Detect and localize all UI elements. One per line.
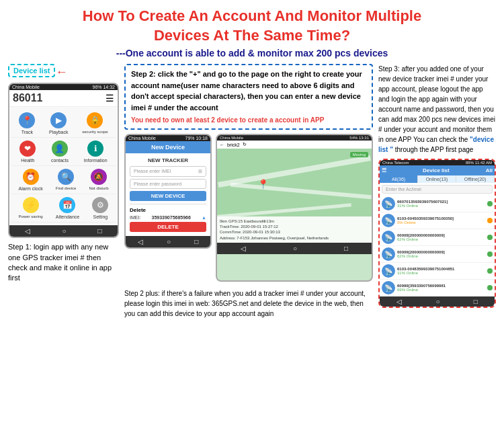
dl-home-btn[interactable]: ○: [435, 298, 439, 305]
power-saving-icon-item[interactable]: ⚡ Power saving: [19, 197, 43, 219]
new-device-button[interactable]: NEW DEVICE: [130, 191, 206, 201]
nd-recent-btn[interactable]: □: [194, 238, 198, 245]
status-dot-5: [487, 268, 493, 274]
right-area: Step 3: after you added one of your new …: [378, 64, 496, 319]
security-icon: 🔒: [87, 112, 103, 128]
track-icon: 📍: [19, 112, 35, 128]
imei-input[interactable]: Please enter IMEI ⊞: [130, 166, 206, 177]
alarm-icon: ⏰: [23, 169, 39, 185]
home-btn[interactable]: ○: [62, 227, 66, 235]
left-section: Device list ← China Mobile 96% 14:32 860…: [8, 64, 119, 319]
attendance-icon-item[interactable]: 📅 Attendance: [56, 197, 79, 219]
device-icon-4: 📡: [382, 247, 395, 261]
step2-main-text: Step 2: click the "+" and go to the page…: [131, 70, 362, 112]
dl-header-title: Device list: [423, 167, 450, 173]
map-body: Moving 📍 0km GPS:15 Eastbound⊕13m TrackT…: [217, 149, 372, 243]
device-list-badge: Device list: [8, 64, 55, 77]
status-dot-2: [487, 218, 493, 223]
dl-bottom-nav: ◁ ○ □: [380, 296, 495, 307]
signal-left: 96% 14:32: [93, 85, 116, 89]
device-icon-1: 📡: [382, 197, 395, 210]
left-bottom-nav: ◁ ○ □: [9, 225, 118, 237]
dl-back-btn[interactable]: ◁: [396, 298, 402, 305]
main-container: How To Create An Account And Monitor Mul…: [0, 0, 504, 325]
playback-icon: ▶: [50, 112, 67, 128]
device-info-3: 00009[200000000000009] 62% Online: [397, 233, 485, 241]
back-btn[interactable]: ◁: [25, 227, 30, 235]
nd-back-btn[interactable]: ◁: [138, 238, 143, 245]
find-device-icon: 🔍: [58, 169, 74, 185]
dl-item-3: 📡 00009[200000000000009] 62% Online: [380, 229, 495, 246]
password-input[interactable]: Please enter password: [130, 179, 206, 189]
dl-status-bar: China Telecom 88% 11:42 AM: [380, 160, 495, 165]
map-back-btn[interactable]: ◁: [241, 245, 246, 252]
divider: [130, 204, 206, 204]
information-icon: ℹ: [87, 141, 103, 157]
status-dot-3: [487, 235, 493, 240]
new-device-phone: China Mobile 79% 10:18 New Device NEW TR…: [124, 134, 212, 282]
title-section: How To Create An Account And Monitor Mul…: [8, 7, 496, 58]
new-device-body: NEW TRACKER Please enter IMEI ⊞ Please e…: [126, 153, 210, 236]
moving-badge: Moving: [350, 152, 368, 157]
dl-search-input[interactable]: Enter the Ac/imei: [382, 185, 493, 194]
tab-offline[interactable]: Offline(20): [456, 175, 495, 183]
left-status-bar: China Mobile 96% 14:32: [9, 84, 118, 90]
device-info-1: 6607013593939075607021] 31% Online: [397, 200, 485, 208]
map-recent-btn[interactable]: □: [344, 245, 348, 252]
icon-row-1: 📍 Track ▶ Playback 🔒 security scope: [11, 110, 116, 138]
device-info-4: 00009[200000000000009] 62% Online: [397, 250, 485, 258]
refresh-icon[interactable]: ↻: [243, 142, 247, 147]
health-icon: ❤: [19, 141, 36, 157]
back-arrow-icon[interactable]: ←: [220, 143, 224, 147]
new-device-status-bar: China Mobile 79% 10:18: [126, 135, 210, 141]
security-icon-item[interactable]: 🔒 security scope: [82, 112, 108, 134]
dl-item-1: 📡 6607013593939075607021] 31% Online: [380, 196, 495, 212]
device-list-phone: China Telecom 88% 11:42 AM ☰ Device list…: [378, 159, 496, 308]
imei-row: IMEI: 359339075685966 ▲: [130, 215, 206, 220]
device-icon-2: 📡: [382, 214, 395, 227]
map-home-btn[interactable]: ○: [293, 245, 297, 252]
step2-title: Step 2: click the "+" and go to the page…: [131, 69, 366, 113]
qr-icon: ⊞: [198, 169, 202, 174]
status-dot-6: [487, 285, 493, 290]
map-bottom-nav: ◁ ○ □: [217, 243, 372, 254]
tab-all[interactable]: All(36): [380, 175, 418, 183]
device-info-2: 6103-00450359339075100350] 0% Online: [397, 216, 485, 225]
step2-box: Step 2: click the "+" and go to the page…: [124, 64, 373, 130]
menu-icon[interactable]: ☰: [106, 93, 114, 104]
nd-home-btn[interactable]: ○: [167, 238, 171, 245]
dl-item-6: 📡 60999[3593390756099981 69% Online: [380, 280, 495, 296]
dl-item-5: 📡 6103-004835993390751004851 31% Online: [380, 263, 495, 280]
device-icon-3: 📡: [382, 231, 395, 244]
arrow-icon: ←: [55, 65, 67, 79]
map-status-bar: China Mobile 54% 13:31: [217, 135, 372, 141]
track-icon-item[interactable]: 📍 Track: [19, 112, 35, 134]
device-icon-5: 📡: [382, 264, 395, 278]
map-info-card: 0km GPS:15 Eastbound⊕13m TrackTime: 2020…: [217, 216, 372, 243]
tab-online[interactable]: Online(13): [418, 175, 456, 183]
arrow-icon-small: ▲: [202, 215, 206, 220]
information-icon-item[interactable]: ℹ Information: [84, 141, 108, 163]
health-icon-item[interactable]: ❤ Health: [19, 141, 36, 163]
location-marker-icon: 📍: [257, 179, 269, 190]
contacts-icon-item[interactable]: 👤 contacts: [51, 141, 69, 163]
middle-area: Step 2: click the "+" and go to the page…: [124, 64, 373, 319]
find-device-icon-item[interactable]: 🔍 Find device: [56, 169, 77, 191]
not-disturb-icon: 🔕: [91, 169, 107, 185]
content-area: Device list ← China Mobile 96% 14:32 860…: [8, 64, 496, 319]
alarm-icon-item[interactable]: ⏰ Alarm clock: [19, 169, 43, 191]
left-phone-screen: China Mobile 96% 14:32 86011 ☰ 📍 Tra: [8, 83, 119, 238]
map-device-name: brick2: [227, 143, 240, 147]
recent-btn[interactable]: □: [97, 227, 101, 235]
device-info-5: 6103-004835993390751004851 31% Online: [397, 267, 485, 275]
not-disturb-icon-item[interactable]: 🔕 Not disturb: [89, 169, 108, 191]
playback-icon-item[interactable]: ▶ Playback: [49, 112, 68, 134]
setting-icon-item[interactable]: ⚙ Setting: [92, 197, 108, 219]
carrier-left: China Mobile: [12, 85, 40, 89]
dl-recent-btn[interactable]: □: [474, 298, 478, 305]
dl-item-4: 📡 00009[200000000000009] 62% Online: [380, 246, 495, 263]
delete-button[interactable]: DELETE: [130, 222, 206, 232]
delete-section-label: Delete: [130, 207, 206, 213]
dl-item-2: 📡 6103-00450359339075100350] 0% Online: [380, 212, 495, 229]
attendance-icon: 📅: [59, 197, 75, 213]
